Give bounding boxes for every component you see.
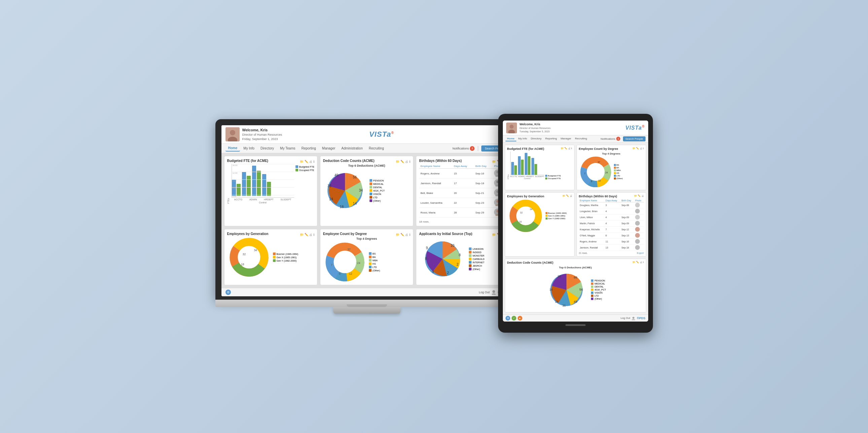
t-d-401k (591, 288, 593, 291)
settings-icon[interactable]: ⚙ (225, 289, 231, 295)
t-l-ltd-ded: LTD (591, 295, 606, 297)
t-widget-icons-ded: 📁 ✏️ 🖨 ℹ (632, 261, 644, 265)
edit-icon-d[interactable]: ✏️ (401, 160, 404, 163)
tablet-nav-home[interactable]: Home (505, 136, 516, 142)
print-icon[interactable]: 🖨 (309, 160, 312, 163)
tablet-notifications-btn[interactable]: Notifications 3 (600, 137, 620, 141)
nav-divider: | (477, 146, 478, 152)
folder-icon-g[interactable]: 📁 (300, 233, 304, 236)
t-d-geny (546, 217, 548, 219)
tablet-nav-reporting[interactable]: Reporting (544, 136, 559, 142)
t-folder-gen[interactable]: 📁 (562, 195, 565, 199)
bar-occupied-slsdept (267, 182, 271, 196)
svg-text:12: 12 (598, 180, 601, 182)
legend-401k: 401K_PCT (370, 189, 385, 192)
nav-item-myteams[interactable]: My Teams (277, 146, 298, 151)
widget-gen-title: Employees by Generation (227, 232, 269, 236)
label-hrdept: HRDEPT (264, 198, 274, 201)
logout-link[interactable]: Log Out (479, 290, 490, 294)
folder-icon[interactable]: 📁 (300, 160, 304, 163)
t-info-deg[interactable]: ℹ (643, 147, 644, 152)
print-icon-g[interactable]: 🖨 (309, 233, 312, 236)
tablet-degree-title: Employee Count by Degree (579, 147, 618, 151)
t-d-pension (591, 279, 593, 282)
t-label-admin: ADMIN (518, 176, 525, 178)
t-info-ded[interactable]: ℹ (643, 261, 644, 265)
nav-item-reporting[interactable]: Reporting (299, 146, 319, 151)
t-l-ba: BA (614, 167, 623, 169)
print-icon-deg[interactable]: 🖨 (405, 233, 408, 236)
t-print-bday[interactable]: 🖨 (642, 195, 644, 199)
t-edit-icon[interactable]: ✏️ (564, 147, 567, 152)
t-edit-deg[interactable]: ✏️ (636, 147, 639, 152)
vista-logo: VISTa® (369, 130, 394, 139)
tablet-footer: ⚙ ✓ ▲ Log Out ®PDS (503, 314, 648, 321)
t-col-name: Employee Name (579, 199, 605, 203)
t-d-vision (591, 291, 593, 294)
info-icon-g[interactable]: ℹ (313, 233, 314, 236)
tablet-nav-manager[interactable]: Manager (559, 136, 573, 142)
t-folder-icon[interactable]: 📁 (561, 147, 564, 152)
table-row: Bell, Blake 20 Sep-21 (419, 188, 506, 198)
edit-icon-deg[interactable]: ✏️ (401, 233, 404, 236)
label-slsdept: SLSDEPT (280, 198, 291, 201)
t-folder-deg[interactable]: 📁 (632, 147, 636, 152)
t-folder-ded[interactable]: 📁 (632, 261, 636, 265)
nav-item-manager[interactable]: Manager (319, 146, 338, 151)
nav-item-directory[interactable]: Directory (258, 146, 277, 151)
tablet-search-people-button[interactable]: Search People (623, 136, 645, 142)
tablet-device: Welcome, Kris Director of Human Resource… (498, 114, 653, 332)
folder-icon-d[interactable]: 📁 (396, 160, 400, 163)
t-widget-icons-bday: 📁 ✏️ 🖨 (634, 195, 644, 199)
t-check-icon[interactable]: ✓ (512, 316, 516, 320)
t-l-mba: MBA (614, 169, 623, 172)
t-print-ded[interactable]: 🖨 (640, 261, 642, 265)
info-icon[interactable]: ℹ (313, 160, 314, 163)
nav-item-administration[interactable]: Administration (339, 146, 365, 151)
user-date: Friday, September 1, 2023 (242, 137, 282, 142)
t-print-deg[interactable]: 🖨 (640, 147, 642, 152)
notifications-label: Notifications (452, 147, 469, 150)
nav-item-recruiting[interactable]: Recruiting (366, 146, 387, 151)
nav-item-myinfo[interactable]: My Info (241, 146, 257, 151)
t-l-other: (Other) (614, 178, 623, 180)
notifications-button[interactable]: Notifications 3 (452, 146, 474, 151)
t-logout-link[interactable]: Log Out (621, 316, 630, 319)
svg-text:2: 2 (447, 271, 449, 275)
x-axis-label: Control (231, 202, 294, 204)
t-settings-icon[interactable]: ⚙ (505, 316, 510, 320)
tablet-nav-recruiting[interactable]: Recruiting (573, 136, 589, 142)
t-folder-bday[interactable]: 📁 (634, 195, 637, 199)
edit-icon[interactable]: ✏️ (305, 160, 308, 163)
svg-point-78 (632, 317, 634, 319)
t-edit-gen[interactable]: ✏️ (566, 195, 569, 199)
t-info-icon[interactable]: ℹ (571, 147, 572, 152)
t-print-gen[interactable]: 🖨 (570, 195, 572, 199)
t-edit-bday[interactable]: ✏️ (638, 195, 641, 199)
folder-icon-ap[interactable]: 📁 (492, 233, 496, 236)
t-deduction-pie-svg: 98 56 49 16 14 24 35 (545, 270, 588, 310)
t-photo (635, 233, 640, 238)
t-bday-footer: 21 rows. Export (579, 252, 644, 254)
folder-icon-deg[interactable]: 📁 (396, 233, 400, 236)
tablet-nav-myinfo[interactable]: My Info (517, 136, 529, 142)
t-alert-icon[interactable]: ▲ (518, 316, 522, 320)
nav-item-home[interactable]: Home (225, 145, 240, 152)
svg-point-33 (335, 252, 355, 272)
t-export-link[interactable]: Export (637, 252, 644, 254)
t-l-hs: HS (614, 172, 623, 174)
edit-icon-g[interactable]: ✏️ (305, 233, 308, 236)
tablet-footer-right: Log Out ®PDS (621, 316, 646, 320)
t-dot-occupied (545, 178, 547, 180)
t-widget-icons-gen: 📁 ✏️ 🖨 (562, 195, 572, 199)
t-print-icon[interactable]: 🖨 (568, 147, 570, 152)
print-icon-d[interactable]: 🖨 (405, 160, 408, 163)
t-bar-b-admin (518, 156, 521, 175)
t-edit-ded[interactable]: ✏️ (636, 261, 639, 265)
svg-text:32: 32 (520, 212, 523, 214)
svg-text:9: 9 (339, 272, 341, 275)
folder-icon-b[interactable]: 📁 (492, 160, 496, 163)
info-icon-deg[interactable]: ℹ (409, 233, 410, 236)
tablet-nav-directory[interactable]: Directory (529, 136, 543, 142)
info-icon-d[interactable]: ℹ (409, 160, 410, 163)
